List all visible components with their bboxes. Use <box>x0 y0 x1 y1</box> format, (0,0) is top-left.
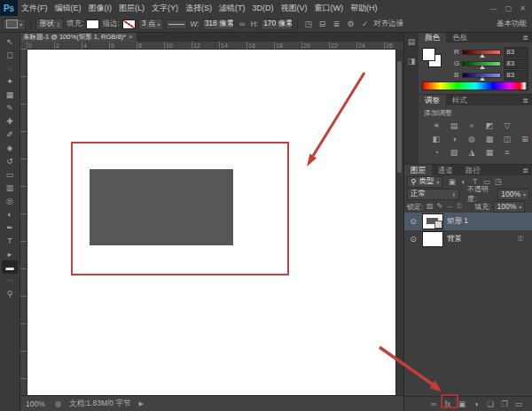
quick-selection-tool[interactable]: ✦ <box>2 74 18 88</box>
adjustment-hue-saturation-icon[interactable]: ◧ <box>429 133 443 144</box>
adjustment-color-lookup-icon[interactable]: ⊞ <box>518 133 532 144</box>
maximize-icon[interactable]: ▢ <box>505 4 512 12</box>
marquee-tool[interactable]: ◻ <box>2 48 18 61</box>
color-spectrum-bar[interactable] <box>422 81 528 90</box>
adjustment-levels-icon[interactable]: ▤ <box>447 120 461 131</box>
stroke-swatch[interactable] <box>122 19 136 29</box>
align-edges-label[interactable]: 对齐边缘 <box>373 19 403 29</box>
path-arrange-icon[interactable]: ≣ <box>331 19 342 28</box>
layer-row-rectangle-1[interactable]: ⊙ 矩形 1 <box>404 213 532 230</box>
green-value-input[interactable]: 83 <box>504 58 528 69</box>
menu-item[interactable]: 选择(S) <box>182 0 215 16</box>
tab-adjustments[interactable]: 调整 <box>419 95 446 105</box>
adjustment-vibrance-icon[interactable]: ▽ <box>500 120 514 131</box>
eraser-tool[interactable]: ▭ <box>2 167 18 181</box>
link-dimensions-icon[interactable]: ∞ <box>237 19 248 28</box>
lock-all-icon[interactable]: ⚿ <box>455 202 463 211</box>
move-tool[interactable]: ↖ <box>2 35 18 48</box>
adjustment-brightness-contrast-icon[interactable]: ☀ <box>429 120 443 131</box>
path-operations-icon[interactable]: ◳ <box>302 19 314 28</box>
crop-tool[interactable]: ▦ <box>2 88 18 101</box>
path-align-icon[interactable]: ⊟ <box>317 19 328 28</box>
panel-menu-icon[interactable]: ≣ <box>522 97 532 105</box>
type-tool[interactable]: T <box>2 234 18 247</box>
adjustment-photo-filter-icon[interactable]: ▩ <box>482 133 497 144</box>
new-group-icon[interactable]: ❏ <box>486 399 495 408</box>
link-layers-icon[interactable]: ∞ <box>429 399 438 408</box>
lock-position-icon[interactable]: ↔ <box>445 202 453 211</box>
slider-thumb[interactable] <box>480 54 485 58</box>
document-canvas[interactable] <box>27 49 395 395</box>
drawn-rectangle-shape[interactable] <box>90 169 233 245</box>
rectangle-tool[interactable]: ▬ <box>2 260 18 274</box>
lock-transparency-icon[interactable]: ▨ <box>426 202 434 211</box>
blue-slider[interactable] <box>462 73 501 78</box>
tab-color[interactable]: 颜色 <box>419 32 446 43</box>
height-input[interactable]: 170 像素 <box>261 19 293 30</box>
filter-pixel-layers-icon[interactable]: ▣ <box>447 177 457 186</box>
tab-paths[interactable]: 路径 <box>459 165 487 175</box>
opacity-input[interactable]: 100% ▾ <box>497 189 529 200</box>
close-icon[interactable]: ✕ <box>520 4 526 12</box>
tab-channels[interactable]: 通道 <box>432 165 459 175</box>
adjustment-channel-mixer-icon[interactable]: ◫ <box>500 133 514 144</box>
menu-item[interactable]: 视图(V) <box>278 0 311 16</box>
tab-swatches[interactable]: 色板 <box>446 32 473 43</box>
blue-value-input[interactable]: 83 <box>504 70 528 81</box>
minimize-icon[interactable]: — <box>490 4 497 12</box>
menu-item[interactable]: 图层(L) <box>115 0 148 16</box>
document-tab[interactable]: 未标题-1 @ 100%(矩形 1, RGB/8)* × <box>20 32 137 42</box>
red-slider[interactable] <box>462 50 501 55</box>
adjustment-selective-color-icon[interactable]: ≡ <box>500 146 514 158</box>
menu-item[interactable]: 3D(D) <box>249 0 278 16</box>
width-input[interactable]: 318 像素 <box>202 19 234 30</box>
pen-tool[interactable]: ✒ <box>2 221 18 234</box>
layer-thumbnail[interactable] <box>422 213 443 229</box>
stroke-style-select[interactable] <box>166 19 187 29</box>
stroke-width-select[interactable]: 3 点 ▾ <box>138 19 164 30</box>
gradient-tool[interactable]: ▥ <box>2 181 18 194</box>
tab-close-icon[interactable]: × <box>129 33 133 41</box>
layer-filter-select[interactable]: ⚲ 类型 ▾ <box>407 176 442 188</box>
menu-item[interactable]: 窗口(W) <box>311 0 348 16</box>
panel-menu-icon[interactable]: ≣ <box>522 34 532 42</box>
blur-tool[interactable]: ◎ <box>2 194 18 207</box>
tool-mode-select[interactable]: 形状 ⇕ <box>35 19 64 30</box>
clone-stamp-tool[interactable]: ◈ <box>2 141 18 154</box>
menu-item[interactable]: 编辑(E) <box>51 0 85 16</box>
panel-menu-icon[interactable]: ≣ <box>522 167 532 174</box>
layer-name[interactable]: 背景 <box>447 234 462 244</box>
check-icon[interactable]: ✓ <box>359 19 371 28</box>
collapsed-properties-panel-icon[interactable]: ◨ <box>408 57 416 66</box>
tab-layers[interactable]: 图层 <box>404 165 432 175</box>
new-adjustment-layer-icon[interactable]: ◑ <box>472 399 481 408</box>
visibility-eye-icon[interactable]: ⊙ <box>408 235 419 244</box>
color-panel-swatches[interactable] <box>422 48 442 67</box>
blend-mode-select[interactable]: 正常 ⇕ <box>407 189 459 200</box>
adjustment-gradient-map-icon[interactable]: ▦ <box>482 146 497 158</box>
tool-preset-picker[interactable]: ▾ <box>3 19 26 30</box>
vertical-scrollbar[interactable] <box>395 49 403 395</box>
menu-item[interactable]: 文字(Y) <box>148 0 182 16</box>
adjustment-color-balance-icon[interactable]: ◑ <box>447 133 461 144</box>
slider-thumb[interactable] <box>480 77 485 81</box>
green-slider[interactable] <box>462 61 501 66</box>
menu-item[interactable]: 图像(I) <box>85 0 116 16</box>
adjustment-posterize-icon[interactable]: ▨ <box>447 146 461 158</box>
delete-layer-icon[interactable]: ▭ <box>514 399 523 408</box>
layer-style-fx-icon[interactable]: fx <box>443 399 452 408</box>
add-layer-mask-icon[interactable]: ▣ <box>458 399 466 408</box>
adjustment-threshold-icon[interactable]: ◮ <box>465 146 479 158</box>
eyedropper-tool[interactable]: ✎ <box>2 101 18 114</box>
zoom-tool[interactable]: ⚲ <box>2 287 18 300</box>
adjustment-curves-icon[interactable]: ≈ <box>465 120 479 131</box>
adjustment-black-white-icon[interactable]: ◍ <box>465 133 479 144</box>
layer-thumbnail[interactable] <box>422 231 443 247</box>
adjustment-invert-icon[interactable]: ◔ <box>429 146 443 158</box>
lasso-tool[interactable]: ◌ <box>2 61 18 74</box>
brush-tool[interactable]: ✐ <box>2 128 18 141</box>
lock-pixels-icon[interactable]: ✎ <box>435 202 443 211</box>
history-brush-tool[interactable]: ↺ <box>2 154 18 167</box>
new-layer-icon[interactable]: ❐ <box>500 399 509 408</box>
workspace-switcher[interactable]: 基本功能 <box>497 19 527 29</box>
